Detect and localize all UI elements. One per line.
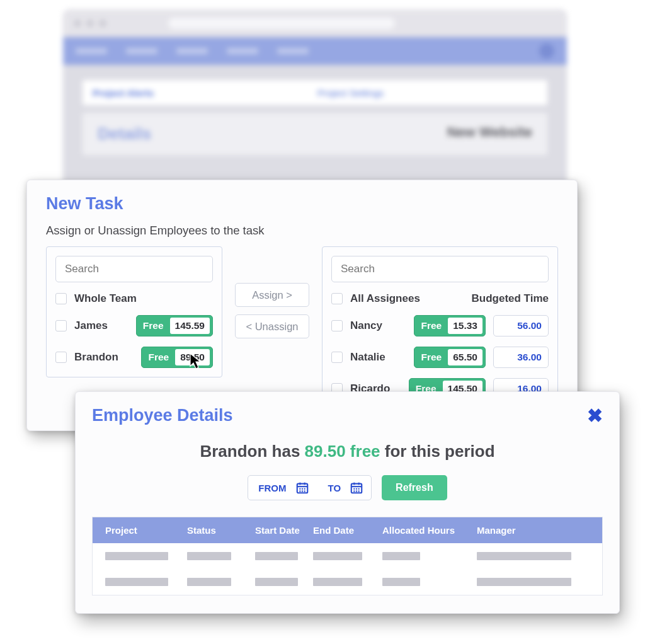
search-available-input[interactable] xyxy=(55,256,213,282)
svg-point-19 xyxy=(358,490,360,492)
col-project: Project xyxy=(105,525,187,536)
checkbox-whole-team[interactable] xyxy=(55,293,67,304)
list-item[interactable]: James Free 145.59 xyxy=(55,315,213,336)
employee-projects-table: Project Status Start Date End Date Alloc… xyxy=(92,517,603,595)
background-window: Project Alerts Project Settings Details … xyxy=(63,9,567,198)
calendar-icon[interactable] xyxy=(295,481,309,495)
search-assigned-input[interactable] xyxy=(331,256,549,282)
col-start: Start Date xyxy=(255,525,313,536)
cursor-icon xyxy=(189,353,203,371)
employee-name: Brandon xyxy=(74,351,118,364)
table-row xyxy=(93,543,602,569)
svg-point-14 xyxy=(353,488,355,490)
svg-point-16 xyxy=(358,488,360,490)
budgeted-time-input[interactable] xyxy=(493,347,549,368)
svg-point-9 xyxy=(304,490,305,492)
to-label: TO xyxy=(322,483,341,493)
new-task-title: New Task xyxy=(46,194,558,214)
col-status: Status xyxy=(187,525,255,536)
bg-panel-right: New Website xyxy=(447,124,532,144)
svg-point-8 xyxy=(301,490,302,492)
col-end: End Date xyxy=(313,525,382,536)
employee-details-panel: Employee Details ✖ Brandon has 89.50 fre… xyxy=(75,391,620,614)
bg-details-title: Details xyxy=(98,124,435,144)
whole-team-label: Whole Team xyxy=(74,292,137,305)
svg-point-4 xyxy=(299,488,300,490)
assigned-employees-box: All Assignees Budgeted Time Nancy Free 1… xyxy=(322,246,558,409)
from-label: FROM xyxy=(252,483,286,493)
svg-point-6 xyxy=(304,488,305,490)
budgeted-time-input[interactable] xyxy=(493,315,549,336)
table-header: Project Status Start Date End Date Alloc… xyxy=(93,517,602,543)
checkbox-all-assignees[interactable] xyxy=(331,293,343,304)
checkbox-james[interactable] xyxy=(55,320,67,331)
breadcrumb-project-settings: Project Settings xyxy=(317,88,384,98)
list-item[interactable]: Nancy Free 15.33 xyxy=(331,315,549,336)
employee-name: Nancy xyxy=(350,319,382,332)
svg-point-18 xyxy=(356,490,357,492)
list-item[interactable]: Natalie Free 65.50 xyxy=(331,347,549,368)
assign-button[interactable]: Assign > xyxy=(235,283,309,307)
calendar-icon[interactable] xyxy=(350,481,363,495)
free-hours-badge: Free 65.50 xyxy=(414,347,486,368)
all-assignees-label: All Assignees xyxy=(350,292,420,305)
unassign-button[interactable]: < Unassign xyxy=(235,314,309,338)
employee-name: James xyxy=(74,319,108,332)
checkbox-natalie[interactable] xyxy=(331,352,343,363)
date-range-picker[interactable]: FROM TO xyxy=(248,475,372,500)
free-hours-badge: Free 15.33 xyxy=(414,315,486,336)
whole-team-row[interactable]: Whole Team xyxy=(55,292,213,305)
svg-point-17 xyxy=(353,490,355,492)
col-alloc: Allocated Hours xyxy=(382,525,477,536)
checkbox-brandon[interactable] xyxy=(55,352,67,363)
new-task-subtitle: Assign or Unassign Employees to the task xyxy=(46,224,558,238)
assign-buttons: Assign > < Unassign xyxy=(235,283,309,338)
employee-name: Natalie xyxy=(350,351,385,364)
checkbox-nancy[interactable] xyxy=(331,320,343,331)
employee-summary: Brandon has 89.50 free for this period xyxy=(92,442,603,461)
free-hours-badge: Free 145.59 xyxy=(136,315,213,336)
budgeted-time-header: Budgeted Time xyxy=(472,292,549,305)
employee-details-title: Employee Details xyxy=(92,406,233,425)
close-icon[interactable]: ✖ xyxy=(587,406,603,425)
breadcrumb-project-alerts: Project Alerts xyxy=(93,88,154,98)
col-manager: Manager xyxy=(477,525,584,536)
table-row xyxy=(93,569,602,595)
refresh-button[interactable]: Refresh xyxy=(382,475,447,500)
svg-point-15 xyxy=(356,488,357,490)
svg-point-7 xyxy=(299,490,300,492)
svg-point-5 xyxy=(301,488,302,490)
